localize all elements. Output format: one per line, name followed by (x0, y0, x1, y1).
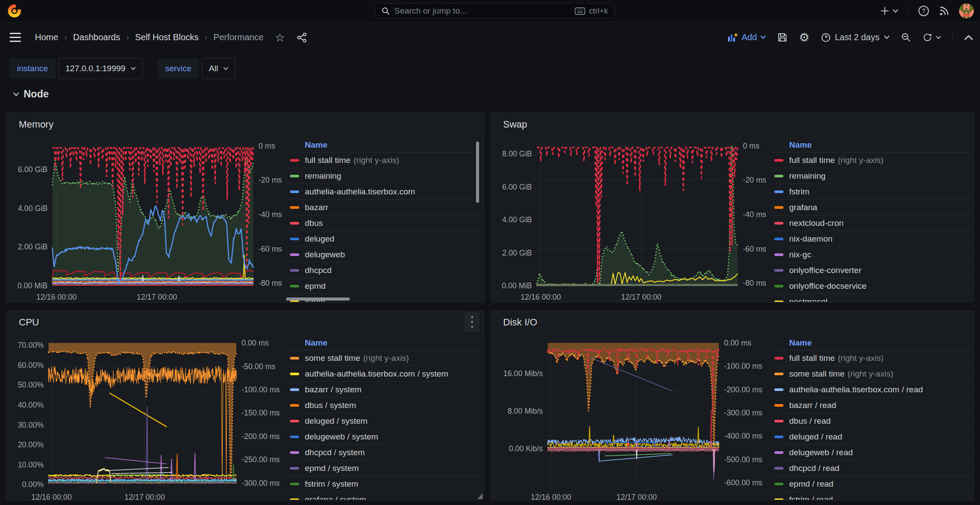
legend-row[interactable]: full stall time(right y-axis) (286, 152, 480, 168)
legend-row[interactable]: dhcpcd / read (770, 460, 970, 476)
panel-menu-button[interactable] (465, 312, 480, 332)
search-input[interactable]: Search or jump to... ctrl+k (375, 3, 614, 19)
legend-scrollbar-vertical[interactable] (476, 142, 479, 203)
series-color-swatch[interactable] (774, 420, 783, 422)
legend-row[interactable]: epmd (286, 278, 480, 294)
series-color-swatch[interactable] (290, 285, 299, 287)
series-color-swatch[interactable] (290, 483, 299, 485)
row-node[interactable]: Node (13, 88, 49, 100)
time-series-chart[interactable]: 0.00%10.00%20.00%30.00%40.00%50.00%60.00… (7, 333, 290, 501)
series-color-swatch[interactable] (774, 436, 783, 438)
series-color-swatch[interactable] (774, 222, 783, 225)
refresh-button[interactable] (922, 32, 932, 42)
legend-row[interactable]: some stall time(right y-axis) (286, 350, 480, 366)
legend-row[interactable]: delugeweb / read (770, 445, 970, 460)
legend-row[interactable]: dbus (286, 215, 480, 231)
legend-row[interactable]: authelia-authelia.tiserbox.com (286, 184, 480, 200)
series-color-swatch[interactable] (774, 159, 783, 162)
variable-label-instance[interactable]: instance (10, 59, 55, 79)
save-dashboard-button[interactable] (777, 32, 787, 42)
zoom-out-time-button[interactable] (901, 32, 911, 42)
legend-row[interactable]: deluged / system (286, 413, 480, 429)
breadcrumb-item[interactable]: Performance (214, 32, 264, 42)
series-color-swatch[interactable] (290, 467, 299, 470)
series-color-swatch[interactable] (290, 404, 299, 407)
variable-picker-instance[interactable]: 127.0.0.1:19999 (59, 58, 143, 79)
series-color-swatch[interactable] (290, 190, 299, 193)
legend-name-header[interactable]: Name (789, 338, 812, 348)
legend-row[interactable]: bazarr / system (286, 382, 480, 398)
legend-scrollbar-horizontal[interactable] (286, 297, 350, 301)
series-color-swatch[interactable] (774, 498, 783, 500)
legend-row[interactable]: full stall time(right y-axis) (770, 350, 970, 366)
breadcrumb-item[interactable]: Self Host Blocks (135, 32, 199, 42)
legend-row[interactable]: full stall time(right y-axis) (770, 152, 970, 168)
panel-title[interactable]: Swap (503, 119, 527, 130)
series-color-swatch[interactable] (290, 206, 299, 209)
legend-row[interactable]: remaining (286, 168, 480, 184)
new-button[interactable] (880, 6, 898, 16)
series-color-swatch[interactable] (290, 388, 299, 391)
legend-row[interactable]: dhcpcd (286, 263, 480, 278)
help-button[interactable]: ? (918, 5, 929, 17)
add-panel-button[interactable]: Add (728, 32, 766, 42)
series-color-swatch[interactable] (774, 190, 783, 193)
legend-row[interactable]: authelia-authelia.tiserbox.com / read (770, 382, 970, 398)
series-color-swatch[interactable] (290, 436, 299, 438)
series-color-swatch[interactable] (290, 373, 299, 375)
legend-row[interactable]: grafana / system (286, 492, 480, 500)
series-color-swatch[interactable] (290, 159, 299, 162)
legend-row[interactable]: dbus / read (770, 413, 970, 429)
legend-row[interactable]: nix-gc (770, 247, 970, 263)
series-color-swatch[interactable] (290, 420, 299, 422)
legend-row[interactable]: bazarr / read (770, 398, 970, 413)
series-color-swatch[interactable] (290, 451, 299, 454)
series-color-swatch[interactable] (290, 222, 299, 225)
legend-row[interactable]: fstrim / read (770, 492, 970, 500)
time-range-picker[interactable]: Last 2 days (821, 32, 890, 42)
series-color-swatch[interactable] (290, 301, 299, 302)
user-avatar[interactable] (959, 3, 974, 18)
variable-picker-service[interactable]: All (202, 58, 235, 79)
legend-name-header[interactable]: Name (789, 140, 812, 150)
legend-row[interactable]: grafana (770, 200, 970, 215)
grafana-logo[interactable] (7, 3, 22, 18)
legend-row[interactable]: nextcloud-cron (770, 215, 970, 231)
legend-row[interactable]: epmd / system (286, 460, 480, 476)
breadcrumb-item[interactable]: Dashboards (73, 32, 120, 42)
series-color-swatch[interactable] (774, 175, 783, 177)
time-series-chart[interactable]: 0.00 MiB2.00 GiB4.00 GiB6.00 GiB0 ms-20 … (7, 135, 290, 303)
news-rss-button[interactable] (939, 6, 949, 16)
legend-row[interactable]: dhcpcd / system (286, 445, 480, 460)
menu-toggle-button[interactable] (10, 33, 21, 42)
breadcrumb-item[interactable]: Home (35, 32, 58, 42)
series-color-swatch[interactable] (290, 238, 299, 240)
share-icon[interactable] (297, 32, 307, 43)
series-color-swatch[interactable] (290, 175, 299, 177)
series-color-swatch[interactable] (290, 357, 299, 360)
collapse-toolbar-button[interactable] (964, 35, 973, 40)
legend-row[interactable]: fstrim / system (286, 476, 480, 492)
variable-label-service[interactable]: service (158, 59, 199, 79)
series-color-swatch[interactable] (774, 451, 783, 454)
panel-title[interactable]: Memory (19, 119, 53, 130)
series-color-swatch[interactable] (774, 206, 783, 209)
series-color-swatch[interactable] (290, 253, 299, 256)
legend-name-header[interactable]: Name (305, 338, 328, 348)
legend-row[interactable]: postgresql (770, 294, 970, 302)
series-color-swatch[interactable] (774, 357, 783, 360)
favorite-star-button[interactable]: ☆ (275, 32, 285, 43)
series-color-swatch[interactable] (774, 404, 783, 407)
time-series-chart[interactable]: 0.00 Kib/s8.00 Mib/s16.00 Mib/s0.00 ms-1… (491, 333, 775, 501)
series-color-swatch[interactable] (774, 238, 783, 240)
chevron-down-icon[interactable] (936, 36, 941, 39)
series-color-swatch[interactable] (774, 373, 783, 375)
legend-row[interactable]: remaining (770, 168, 970, 184)
series-color-swatch[interactable] (774, 467, 783, 470)
time-series-chart[interactable]: 0.00 MiB2.00 GiB4.00 GiB6.00 GiB8.00 GiB… (491, 135, 775, 303)
dashboard-settings-button[interactable]: ⚙ (799, 31, 809, 45)
legend-row[interactable]: bazarr (286, 200, 480, 215)
legend-row[interactable]: deluged (286, 231, 480, 247)
legend-row[interactable]: deluged / read (770, 429, 970, 445)
series-color-swatch[interactable] (290, 269, 299, 272)
